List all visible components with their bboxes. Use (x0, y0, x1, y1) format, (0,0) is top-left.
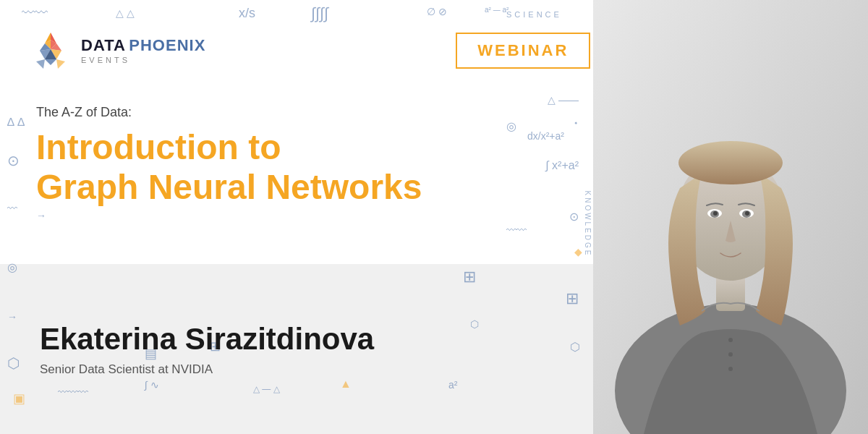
phoenix-logo-icon (29, 29, 72, 72)
deco-wave-mid: 〰〰 (506, 224, 527, 236)
photo-area (593, 0, 868, 434)
svg-point-27 (728, 352, 733, 357)
svg-point-26 (728, 338, 733, 342)
deco-circle-r: ⊙ (569, 210, 579, 224)
deco-arrow-mid: → (36, 210, 46, 221)
svg-point-24 (713, 211, 718, 216)
deco-diamond-or: ◆ (574, 246, 582, 258)
deco-circle-left: ⊙ (7, 152, 20, 169)
main-title: Introduction to Graph Neural Networks (36, 127, 579, 207)
page-container: 〰〰 △ △ x/s ∫∫∫∫ ∅ ⊘ a² — a² SCIENCE 〰〰〰 … (0, 0, 868, 434)
knowledge-text: KNOWLEDGE (584, 190, 592, 257)
speaker-name: Ekaterina Sirazitdinova (40, 322, 542, 357)
svg-point-19 (678, 141, 783, 184)
logo-area: DATA PHOENIX EVENTS (29, 29, 205, 72)
logo-events-label: EVENTS (81, 56, 205, 65)
speaker-photo (593, 0, 868, 434)
svg-marker-11 (56, 59, 65, 69)
deco-left-1: ∆ ∆ (7, 116, 25, 129)
logo-text: DATA PHOENIX EVENTS (81, 36, 205, 66)
subtitle: The A-Z of Data: (36, 105, 579, 120)
speaker-role: Senior Data Scientist at NVIDIA (40, 362, 542, 377)
logo-data-label: DATA PHOENIX (81, 36, 205, 55)
webinar-badge: WEBINAR (456, 33, 590, 69)
svg-point-28 (728, 367, 733, 371)
title-area: The A-Z of Data: Introduction to Graph N… (36, 105, 579, 207)
svg-marker-10 (36, 59, 45, 69)
title-line-1: Introduction to (36, 127, 579, 167)
deco-wave-left: 〰 (7, 203, 17, 214)
svg-point-25 (745, 211, 749, 216)
svg-marker-9 (45, 59, 56, 65)
title-line-2: Graph Neural Networks (36, 167, 579, 207)
speaker-section: Ekaterina Sirazitdinova Senior Data Scie… (0, 264, 542, 434)
